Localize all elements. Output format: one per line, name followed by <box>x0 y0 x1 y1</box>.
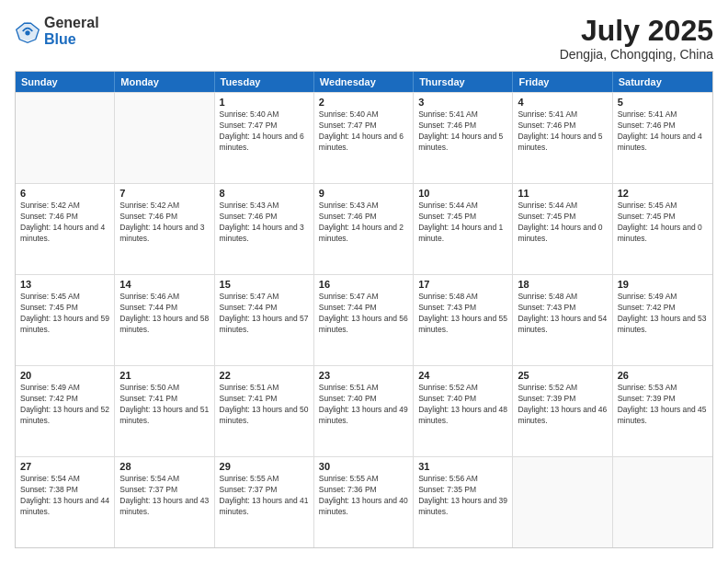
week-row-4: 20Sunrise: 5:49 AM Sunset: 7:42 PM Dayli… <box>16 365 712 456</box>
cell-detail-8: Sunrise: 5:43 AM Sunset: 7:46 PM Dayligh… <box>220 201 309 245</box>
day-cell-1: 1Sunrise: 5:40 AM Sunset: 7:47 PM Daylig… <box>215 93 314 183</box>
header: General Blue July 2025 Dengjia, Chongqin… <box>15 15 713 62</box>
cell-detail-15: Sunrise: 5:47 AM Sunset: 7:44 PM Dayligh… <box>220 292 309 336</box>
day-cell-8: 8Sunrise: 5:43 AM Sunset: 7:46 PM Daylig… <box>215 184 314 274</box>
day-cell-23: 23Sunrise: 5:51 AM Sunset: 7:40 PM Dayli… <box>314 366 414 456</box>
day-cell-20: 20Sunrise: 5:49 AM Sunset: 7:42 PM Dayli… <box>16 366 115 456</box>
logo-blue-text: Blue <box>44 31 76 47</box>
header-day-thursday: Thursday <box>414 72 513 92</box>
day-number-18: 18 <box>518 279 607 290</box>
cell-detail-4: Sunrise: 5:41 AM Sunset: 7:46 PM Dayligh… <box>518 109 607 154</box>
cell-detail-17: Sunrise: 5:48 AM Sunset: 7:43 PM Dayligh… <box>418 292 507 336</box>
header-day-monday: Monday <box>115 72 214 92</box>
day-cell-14: 14Sunrise: 5:46 AM Sunset: 7:44 PM Dayli… <box>115 275 214 365</box>
day-number-7: 7 <box>119 188 209 199</box>
empty-cell-w4-d6 <box>613 457 712 547</box>
day-number-1: 1 <box>220 97 309 108</box>
day-number-16: 16 <box>319 279 408 290</box>
day-number-8: 8 <box>220 188 309 199</box>
day-number-11: 11 <box>518 188 607 199</box>
empty-cell-w0-d0 <box>16 93 115 183</box>
day-number-19: 19 <box>618 279 708 290</box>
day-cell-27: 27Sunrise: 5:54 AM Sunset: 7:38 PM Dayli… <box>16 457 115 547</box>
cell-detail-7: Sunrise: 5:42 AM Sunset: 7:46 PM Dayligh… <box>119 201 209 245</box>
cell-detail-20: Sunrise: 5:49 AM Sunset: 7:42 PM Dayligh… <box>20 383 109 427</box>
day-cell-19: 19Sunrise: 5:49 AM Sunset: 7:42 PM Dayli… <box>613 275 712 365</box>
day-cell-5: 5Sunrise: 5:41 AM Sunset: 7:46 PM Daylig… <box>613 93 712 183</box>
week-row-3: 13Sunrise: 5:45 AM Sunset: 7:45 PM Dayli… <box>16 274 712 365</box>
cell-detail-5: Sunrise: 5:41 AM Sunset: 7:46 PM Dayligh… <box>618 109 708 154</box>
day-number-13: 13 <box>20 279 109 290</box>
cell-detail-3: Sunrise: 5:41 AM Sunset: 7:46 PM Dayligh… <box>418 109 507 154</box>
cell-detail-30: Sunrise: 5:55 AM Sunset: 7:36 PM Dayligh… <box>319 474 408 518</box>
day-cell-4: 4Sunrise: 5:41 AM Sunset: 7:46 PM Daylig… <box>513 93 612 183</box>
header-day-tuesday: Tuesday <box>215 72 314 92</box>
day-cell-2: 2Sunrise: 5:40 AM Sunset: 7:47 PM Daylig… <box>314 93 414 183</box>
day-number-2: 2 <box>319 97 408 108</box>
logo-icon <box>15 18 40 44</box>
calendar-body: 1Sunrise: 5:40 AM Sunset: 7:47 PM Daylig… <box>16 92 712 547</box>
day-number-29: 29 <box>220 461 309 472</box>
day-cell-12: 12Sunrise: 5:45 AM Sunset: 7:45 PM Dayli… <box>613 184 712 274</box>
day-number-14: 14 <box>119 279 209 290</box>
day-cell-15: 15Sunrise: 5:47 AM Sunset: 7:44 PM Dayli… <box>215 275 314 365</box>
day-number-17: 17 <box>418 279 507 290</box>
cell-detail-23: Sunrise: 5:51 AM Sunset: 7:40 PM Dayligh… <box>319 383 408 427</box>
cell-detail-29: Sunrise: 5:55 AM Sunset: 7:37 PM Dayligh… <box>220 474 309 518</box>
week-row-1: 1Sunrise: 5:40 AM Sunset: 7:47 PM Daylig… <box>16 92 712 183</box>
day-cell-17: 17Sunrise: 5:48 AM Sunset: 7:43 PM Dayli… <box>414 275 513 365</box>
day-number-5: 5 <box>618 97 708 108</box>
cell-detail-6: Sunrise: 5:42 AM Sunset: 7:46 PM Dayligh… <box>20 201 109 245</box>
cell-detail-31: Sunrise: 5:56 AM Sunset: 7:35 PM Dayligh… <box>418 474 507 518</box>
day-cell-18: 18Sunrise: 5:48 AM Sunset: 7:43 PM Dayli… <box>513 275 612 365</box>
day-cell-30: 30Sunrise: 5:55 AM Sunset: 7:36 PM Dayli… <box>314 457 414 547</box>
cell-detail-9: Sunrise: 5:43 AM Sunset: 7:46 PM Dayligh… <box>319 201 408 245</box>
cell-detail-26: Sunrise: 5:53 AM Sunset: 7:39 PM Dayligh… <box>618 383 708 427</box>
logo-general-text: General <box>44 15 99 30</box>
calendar: SundayMondayTuesdayWednesdayThursdayFrid… <box>15 71 713 548</box>
week-row-5: 27Sunrise: 5:54 AM Sunset: 7:38 PM Dayli… <box>16 456 712 547</box>
cell-detail-25: Sunrise: 5:52 AM Sunset: 7:39 PM Dayligh… <box>518 383 607 427</box>
day-number-31: 31 <box>418 461 507 472</box>
day-cell-9: 9Sunrise: 5:43 AM Sunset: 7:46 PM Daylig… <box>314 184 414 274</box>
day-number-27: 27 <box>20 461 109 472</box>
day-number-24: 24 <box>418 370 507 381</box>
cell-detail-11: Sunrise: 5:44 AM Sunset: 7:45 PM Dayligh… <box>518 201 607 245</box>
day-number-25: 25 <box>518 370 607 381</box>
day-cell-24: 24Sunrise: 5:52 AM Sunset: 7:40 PM Dayli… <box>414 366 513 456</box>
day-cell-11: 11Sunrise: 5:44 AM Sunset: 7:45 PM Dayli… <box>513 184 612 274</box>
header-day-friday: Friday <box>513 72 612 92</box>
day-number-21: 21 <box>119 370 209 381</box>
day-cell-6: 6Sunrise: 5:42 AM Sunset: 7:46 PM Daylig… <box>16 184 115 274</box>
day-number-6: 6 <box>20 188 109 199</box>
page: General Blue July 2025 Dengjia, Chongqin… <box>0 0 728 563</box>
cell-detail-13: Sunrise: 5:45 AM Sunset: 7:45 PM Dayligh… <box>20 292 109 336</box>
day-number-26: 26 <box>618 370 708 381</box>
cell-detail-21: Sunrise: 5:50 AM Sunset: 7:41 PM Dayligh… <box>119 383 209 427</box>
day-cell-3: 3Sunrise: 5:41 AM Sunset: 7:46 PM Daylig… <box>414 93 513 183</box>
header-day-wednesday: Wednesday <box>314 72 414 92</box>
cell-detail-24: Sunrise: 5:52 AM Sunset: 7:40 PM Dayligh… <box>418 383 507 427</box>
week-row-2: 6Sunrise: 5:42 AM Sunset: 7:46 PM Daylig… <box>16 183 712 274</box>
day-cell-26: 26Sunrise: 5:53 AM Sunset: 7:39 PM Dayli… <box>613 366 712 456</box>
day-number-10: 10 <box>418 188 507 199</box>
day-number-28: 28 <box>119 461 209 472</box>
cell-detail-12: Sunrise: 5:45 AM Sunset: 7:45 PM Dayligh… <box>618 201 708 245</box>
day-cell-21: 21Sunrise: 5:50 AM Sunset: 7:41 PM Dayli… <box>115 366 214 456</box>
cell-detail-2: Sunrise: 5:40 AM Sunset: 7:47 PM Dayligh… <box>319 109 408 154</box>
day-number-22: 22 <box>220 370 309 381</box>
header-day-sunday: Sunday <box>16 72 115 92</box>
day-cell-13: 13Sunrise: 5:45 AM Sunset: 7:45 PM Dayli… <box>16 275 115 365</box>
logo: General Blue <box>15 15 99 47</box>
day-number-30: 30 <box>319 461 408 472</box>
svg-point-2 <box>25 30 29 35</box>
calendar-subtitle: Dengjia, Chongqing, China <box>560 47 713 62</box>
cell-detail-1: Sunrise: 5:40 AM Sunset: 7:47 PM Dayligh… <box>220 109 309 154</box>
day-number-12: 12 <box>618 188 708 199</box>
empty-cell-w0-d1 <box>115 93 214 183</box>
cell-detail-14: Sunrise: 5:46 AM Sunset: 7:44 PM Dayligh… <box>119 292 209 336</box>
cell-detail-18: Sunrise: 5:48 AM Sunset: 7:43 PM Dayligh… <box>518 292 607 336</box>
cell-detail-16: Sunrise: 5:47 AM Sunset: 7:44 PM Dayligh… <box>319 292 408 336</box>
day-cell-25: 25Sunrise: 5:52 AM Sunset: 7:39 PM Dayli… <box>513 366 612 456</box>
calendar-title: July 2025 <box>560 15 713 47</box>
